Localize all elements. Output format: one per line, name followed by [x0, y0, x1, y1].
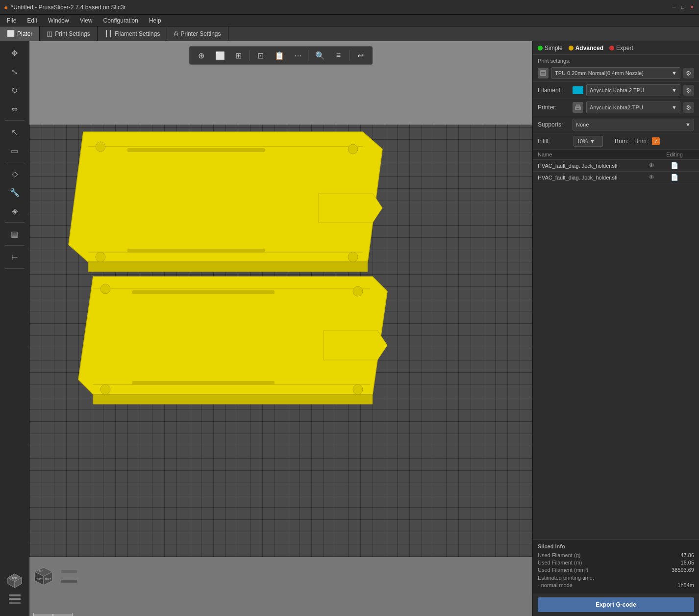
right-panel: Simple Advanced Expert Print settings: T… [532, 41, 699, 616]
tool-scale[interactable]: ⤡ [4, 63, 25, 80]
row-1-edit-icon[interactable]: 📄 [671, 162, 678, 169]
svg-rect-49 [576, 108, 579, 109]
titlebar-title: *Untitled - PrusaSlicer-2.7.4 based on S… [11, 4, 125, 11]
tab-plater[interactable]: ⬜ Plater [0, 26, 40, 41]
svg-rect-46 [541, 74, 545, 75]
maximize-button[interactable]: □ [679, 4, 686, 11]
viewport[interactable]: ⊕ ⬜ ⊞ ⊡ 📋 ⋯ 🔍 ≡ ↩ [29, 41, 532, 616]
tool-support[interactable]: 🔧 [4, 183, 25, 201]
filament-mm3-label: Used Filament (mm³) [538, 567, 588, 573]
menu-window[interactable]: Window [43, 16, 74, 25]
toolbar-sep-1 [250, 50, 250, 61]
svg-marker-25 [324, 331, 387, 360]
printer-row: Printer: Anycubic Kobra2-TPU ▼ ⚙ [533, 99, 699, 116]
arrange-btn[interactable]: ⊞ [231, 49, 247, 62]
more-btn[interactable]: ⋯ [290, 49, 306, 62]
view-cube-btn[interactable]: TOP [4, 572, 25, 590]
menu-configuration[interactable]: Configuration [99, 16, 143, 25]
svg-rect-48 [576, 104, 580, 107]
supports-label: Supports: [538, 121, 570, 128]
mode-expert-label: Expert [616, 45, 633, 51]
tab-printer-settings[interactable]: ⎙ Printer Settings [167, 26, 228, 41]
menu-help[interactable]: Help [144, 16, 166, 25]
3d-scene[interactable]: TOP FRONT RIGHT [29, 41, 532, 616]
settings-btn[interactable]: ≡ [331, 49, 347, 62]
printer-config-btn[interactable]: ⚙ [683, 102, 694, 113]
tool-measure[interactable]: ⊢ [4, 248, 25, 266]
tab-filament-settings-label: Filament Settings [115, 30, 160, 37]
print-settings-dropdown[interactable]: TPU 0.20mm Normal(0.4mm Nozzle) ▼ [551, 67, 680, 79]
print-settings-section-label: Print settings: [533, 55, 699, 65]
print-time-value: 1h54m [677, 582, 694, 588]
table-row[interactable]: HVAC_fault_diag...lock_holder.stl 👁 📄 [533, 160, 699, 172]
tool-move[interactable]: ✥ [4, 44, 25, 62]
top-toolbar: ⊕ ⬜ ⊞ ⊡ 📋 ⋯ 🔍 ≡ ↩ [189, 46, 373, 65]
toolbar-sep-2 [309, 50, 309, 61]
svg-marker-9 [88, 262, 368, 272]
filament-dropdown[interactable]: Anycubic Kobra 2 TPU ▼ [586, 84, 680, 96]
menu-file[interactable]: File [2, 16, 21, 25]
svg-rect-7 [9, 602, 21, 604]
separator-2 [5, 162, 25, 162]
titlebar-left: ● *Untitled - PrusaSlicer-2.7.4 based on… [4, 3, 126, 11]
tool-seam[interactable]: ◈ [4, 202, 25, 220]
titlebar: ● *Untitled - PrusaSlicer-2.7.4 based on… [0, 0, 699, 15]
filament-m-row: Used Filament (m) 16.05 [538, 560, 694, 565]
infill-input[interactable]: 10% ▼ [574, 136, 603, 147]
layers-btn[interactable] [4, 590, 25, 608]
close-button[interactable]: ✕ [688, 4, 695, 11]
tool-select[interactable]: ↖ [4, 123, 25, 141]
minimize-button[interactable]: ─ [671, 4, 677, 11]
toolbar-sep-3 [350, 50, 350, 61]
print-time-value-row: - normal mode 1h54m [538, 582, 694, 588]
brim-label: Brim: [615, 138, 628, 145]
sliced-info: Sliced Info Used Filament (g) 47.86 Used… [533, 539, 699, 593]
mode-simple[interactable]: Simple [538, 45, 563, 51]
print-settings-icon [538, 68, 549, 78]
row-2-name: HVAC_fault_diag...lock_holder.stl [538, 175, 647, 180]
view-cube-overlay[interactable]: TOP FRONT RIGHT [33, 566, 54, 587]
print-settings-config-btn[interactable]: ⚙ [683, 68, 694, 78]
export-gcode-button[interactable]: Export G-code [538, 597, 694, 612]
tool-rect-select[interactable]: ▭ [4, 142, 25, 159]
menu-edit[interactable]: Edit [22, 16, 42, 25]
mode-expert[interactable]: Expert [609, 45, 633, 51]
add-object-btn[interactable]: ⊕ [194, 49, 209, 62]
filament-mm3-row: Used Filament (mm³) 38593.69 [538, 567, 694, 573]
tool-mirror[interactable]: ⇔ [4, 100, 25, 118]
tab-filament-settings[interactable]: ┃┃ Filament Settings [98, 26, 168, 41]
table-header: Name Editing [533, 150, 699, 160]
mode-advanced[interactable]: Advanced [569, 45, 603, 51]
undo-btn[interactable]: ↩ [353, 49, 369, 62]
svg-text:TOP: TOP [39, 570, 43, 572]
svg-marker-14 [319, 193, 382, 223]
search-btn[interactable]: 🔍 [312, 49, 328, 62]
svg-rect-44 [540, 70, 546, 76]
printer-dropdown[interactable]: Anycubic Kobra2-TPU ▼ [586, 102, 680, 113]
svg-rect-13 [127, 249, 265, 253]
layers-overlay[interactable] [59, 566, 79, 587]
simple-dot [538, 46, 543, 51]
menu-view[interactable]: View [75, 16, 98, 25]
tab-print-settings[interactable]: ◫ Print Settings [40, 26, 97, 41]
viewport-bg-bottom [29, 557, 532, 616]
filament-config-btn[interactable]: ⚙ [683, 85, 694, 96]
table-row[interactable]: HVAC_fault_diag...lock_holder.stl 👁 📄 [533, 172, 699, 183]
delete-btn[interactable]: ⬜ [212, 49, 228, 62]
infill-label: Infill: [538, 138, 570, 145]
mode-selector: Simple Advanced Expert [533, 41, 699, 55]
row-2-eye-icon[interactable]: 👁 [649, 174, 655, 181]
supports-dropdown[interactable]: None ▼ [573, 119, 694, 130]
filament-mm3-value: 38593.69 [672, 567, 694, 573]
tool-rotate[interactable]: ↻ [4, 81, 25, 99]
advanced-dot [569, 46, 574, 51]
filament-label: Filament: [538, 87, 570, 94]
row-2-edit-icon[interactable]: 📄 [671, 174, 678, 181]
tool-cut[interactable]: ◇ [4, 165, 25, 182]
copy-btn[interactable]: ⊡ [253, 49, 269, 62]
brim-checkbox[interactable]: ✓ [652, 137, 660, 145]
paste-btn[interactable]: 📋 [272, 49, 287, 62]
tool-variable-layer[interactable]: ▤ [4, 225, 25, 243]
titlebar-controls: ─ □ ✕ [671, 4, 695, 11]
row-1-eye-icon[interactable]: 👁 [649, 162, 655, 169]
